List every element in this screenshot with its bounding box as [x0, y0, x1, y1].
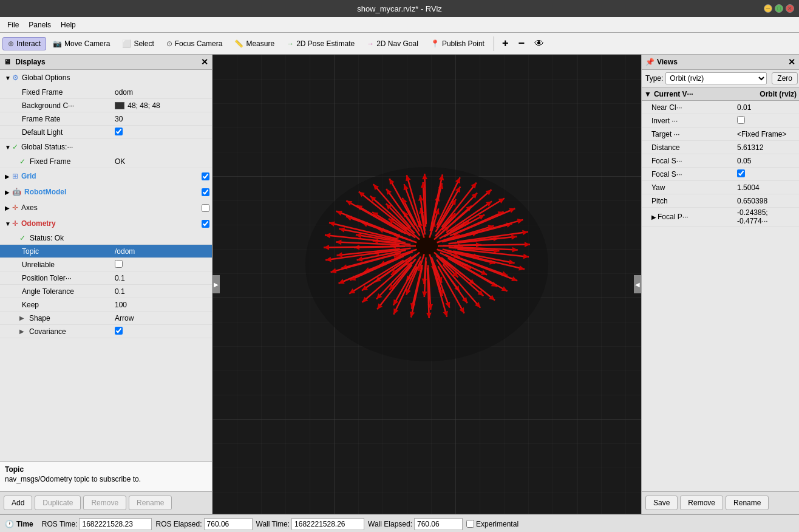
- robot-model-checkbox[interactable]: [202, 188, 209, 196]
- focal-shape-fixed-row[interactable]: Focal S···: [642, 168, 799, 181]
- fixed-frame-row[interactable]: Fixed Frame odom: [0, 86, 212, 99]
- minimize-button[interactable]: ─: [764, 4, 772, 13]
- ros-time-input[interactable]: [79, 518, 152, 530]
- focal-shape-fixed-checkbox[interactable]: [737, 169, 745, 177]
- wall-time-input[interactable]: [291, 518, 364, 530]
- global-options-section[interactable]: ▼ ⚙ Global Options: [0, 70, 212, 86]
- menu-panels[interactable]: Panels: [24, 19, 56, 30]
- covariance-arrow[interactable]: ▶: [19, 328, 27, 335]
- current-view-arrow[interactable]: ▼: [644, 90, 651, 98]
- tool-add-icon[interactable]: +: [498, 36, 513, 50]
- tool-pose-estimate[interactable]: → 2D Pose Estimate: [281, 37, 360, 50]
- tool-measure[interactable]: 📏 Measure: [229, 37, 280, 50]
- menu-help[interactable]: Help: [56, 19, 81, 30]
- current-view-header[interactable]: ▼ Current V··· Orbit (rviz): [642, 87, 799, 101]
- close-button[interactable]: ✕: [786, 4, 794, 13]
- robot-model-icon: 🤖: [12, 188, 21, 196]
- maximize-button[interactable]: □: [775, 4, 783, 13]
- svg-point-253: [416, 237, 438, 254]
- ros-elapsed-input[interactable]: [204, 518, 253, 530]
- fixed-frame-status-value: OK: [112, 157, 209, 166]
- covariance-row[interactable]: ▶ Covariance: [0, 325, 212, 338]
- target-frame-value: <Fixed Frame>: [736, 130, 797, 138]
- robot-model-row[interactable]: ▶ 🤖 RobotModel: [0, 184, 212, 200]
- default-light-checkbox[interactable]: [115, 128, 123, 135]
- axes-arrow[interactable]: ▶: [5, 205, 12, 211]
- unreliable-row[interactable]: Unreliable: [0, 258, 212, 271]
- global-options-arrow[interactable]: ▼: [5, 75, 12, 81]
- tool-focus-camera[interactable]: ⊙ Focus Camera: [161, 37, 228, 50]
- grid-arrow[interactable]: ▶: [5, 173, 12, 180]
- tool-minus-icon[interactable]: −: [514, 36, 529, 50]
- zero-button[interactable]: Zero: [772, 72, 798, 84]
- tool-eye-icon[interactable]: 👁: [530, 38, 548, 50]
- keep-row[interactable]: Keep 100: [0, 298, 212, 312]
- near-clip-row[interactable]: Near Cl··· 0.01: [642, 101, 799, 114]
- keep-label: Keep: [19, 301, 112, 309]
- views-type-label: Type:: [645, 74, 663, 83]
- axes-checkbox[interactable]: [202, 204, 209, 212]
- fixed-frame-status-row[interactable]: ✓ Fixed Frame OK: [0, 155, 212, 168]
- experimental-checkbox[interactable]: [466, 520, 474, 528]
- global-status-section[interactable]: ▼ ✓ Global Status:···: [0, 139, 212, 155]
- tool-nav-goal[interactable]: → 2D Nav Goal: [361, 37, 424, 50]
- fixed-frame-status-label: Fixed Frame: [27, 157, 112, 166]
- views-close-icon[interactable]: ✕: [788, 57, 795, 67]
- global-status-arrow[interactable]: ▼: [5, 144, 12, 151]
- save-view-button[interactable]: Save: [645, 496, 678, 510]
- background-color-value: 48; 48; 48: [112, 101, 209, 110]
- odometry-arrow[interactable]: ▼: [5, 220, 12, 227]
- focal-point-row[interactable]: ▶ Focal P··· -0.24385; -0.4774···: [642, 208, 799, 227]
- focal-shape-size-row[interactable]: Focal S··· 0.05: [642, 154, 799, 168]
- menu-file[interactable]: File: [2, 19, 24, 30]
- distance-row[interactable]: Distance 5.61312: [642, 141, 799, 154]
- invert-checkbox[interactable]: [737, 116, 745, 124]
- robot-model-arrow[interactable]: ▶: [5, 189, 12, 196]
- rename-button[interactable]: Rename: [129, 496, 172, 510]
- grid-checkbox[interactable]: [202, 172, 209, 180]
- shape-arrow[interactable]: ▶: [19, 315, 27, 321]
- target-frame-row[interactable]: Target ··· <Fixed Frame>: [642, 128, 799, 141]
- rename-view-button[interactable]: Rename: [726, 496, 769, 510]
- pitch-row[interactable]: Pitch 0.650398: [642, 194, 799, 208]
- duplicate-button[interactable]: Duplicate: [35, 496, 81, 510]
- tool-select[interactable]: ⬜ Select: [117, 37, 159, 50]
- displays-title: 🖥 Displays: [4, 58, 46, 66]
- tool-move-camera[interactable]: 📷 Move Camera: [47, 37, 115, 50]
- odometry-checkbox[interactable]: [202, 220, 209, 228]
- collapse-right-handle[interactable]: ▶: [212, 275, 220, 293]
- tool-interact[interactable]: ⊕ Interact: [2, 37, 46, 50]
- default-light-row[interactable]: Default Light: [0, 126, 212, 139]
- frame-rate-row[interactable]: Frame Rate 30: [0, 112, 212, 126]
- grid-row[interactable]: ▶ ⊞ Grid: [0, 168, 212, 184]
- fixed-frame-label: Fixed Frame: [19, 88, 112, 97]
- wall-elapsed-input[interactable]: [414, 518, 463, 530]
- displays-close-icon[interactable]: ✕: [201, 57, 208, 67]
- odometry-status-row[interactable]: ✓ Status: Ok: [0, 231, 212, 245]
- views-type-select[interactable]: Orbit (rviz) FPS (rviz) ThirdPersonFollo…: [665, 72, 767, 84]
- background-color-row[interactable]: Background C··· 48; 48; 48: [0, 99, 212, 112]
- unreliable-checkbox[interactable]: [115, 260, 123, 268]
- remove-button[interactable]: Remove: [83, 496, 126, 510]
- focal-point-arrow[interactable]: ▶: [651, 214, 656, 220]
- focal-shape-size-label: Focal S···: [651, 157, 736, 165]
- tool-publish-point[interactable]: 📍 Publish Point: [425, 37, 490, 50]
- angle-tolerance-row[interactable]: Angle Tolerance 0.1: [0, 285, 212, 298]
- position-tolerance-row[interactable]: Position Toler··· 0.1: [0, 271, 212, 285]
- window-controls[interactable]: ─ □ ✕: [764, 4, 794, 13]
- viewport[interactable]: ◀ ▶: [212, 55, 641, 514]
- odometry-topic-row[interactable]: Topic /odom: [0, 245, 212, 258]
- axes-row[interactable]: ▶ ✛ Axes: [0, 200, 212, 216]
- remove-view-button[interactable]: Remove: [680, 496, 723, 510]
- covariance-checkbox[interactable]: [115, 327, 123, 335]
- add-button[interactable]: Add: [4, 496, 32, 510]
- odometry-section[interactable]: ▼ ✛ Odometry: [0, 216, 212, 231]
- shape-value: Arrow: [112, 314, 209, 322]
- yaw-row[interactable]: Yaw 1.5004: [642, 181, 799, 194]
- background-color-swatch: [115, 102, 124, 109]
- keep-value: 100: [112, 301, 209, 309]
- invert-row[interactable]: Invert ···: [642, 114, 799, 128]
- shape-row[interactable]: ▶ Shape Arrow: [0, 312, 212, 325]
- pitch-value: 0.650398: [736, 197, 797, 205]
- collapse-left-handle[interactable]: ◀: [634, 275, 641, 293]
